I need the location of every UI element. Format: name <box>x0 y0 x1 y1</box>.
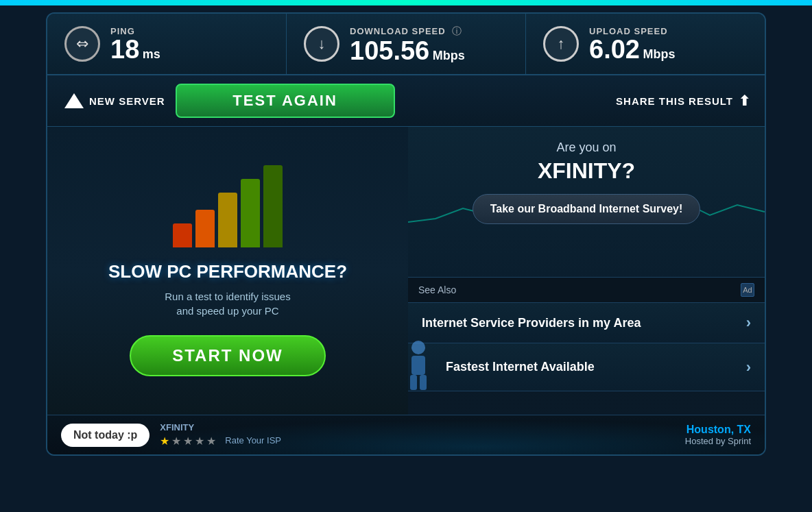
person-figure <box>405 339 432 391</box>
star-3: ★ <box>183 435 193 448</box>
fastest-internet-link-text: Fastest Internet Available <box>446 360 595 374</box>
ping-value: 18 <box>110 35 139 64</box>
star-rating: ★ ★ ★ ★ ★ <box>160 435 216 448</box>
download-value: 105.56 <box>350 36 429 65</box>
location-city: Houston, TX <box>685 424 751 436</box>
hosted-by-label: Hosted by Sprint <box>685 436 751 446</box>
star-5: ★ <box>206 435 216 448</box>
ping-value-row: 18 ms <box>110 36 160 62</box>
chart-bar-2 <box>218 193 237 247</box>
upload-info: UPLOAD SPEED 6.02 Mbps <box>589 26 675 62</box>
xfinity-promo: Are you on XFINITY? Take our Broadband I… <box>408 127 765 278</box>
xfinity-brand: XFINITY? <box>425 158 748 184</box>
ping-icon: ⇔ <box>64 26 100 62</box>
download-value-row: 105.56 Mbps <box>350 38 465 64</box>
star-4: ★ <box>195 435 204 448</box>
ping-info: PING 18 ms <box>110 26 160 62</box>
download-label: DOWNLOAD SPEED <box>350 26 446 36</box>
isp-rating: XFINITY ★ ★ ★ ★ ★ Rate Your ISP <box>160 422 281 448</box>
ping-unit: ms <box>143 47 160 61</box>
isp-tag: Not today :p <box>61 424 150 447</box>
chart-bar-1 <box>195 210 215 247</box>
isp-link-chevron: › <box>746 314 751 332</box>
fastest-internet-chevron: › <box>746 358 751 376</box>
triangle-icon <box>64 93 84 108</box>
test-again-button[interactable]: TEST AGAIN <box>176 84 395 118</box>
new-server-button[interactable]: NEW SERVER <box>61 90 169 112</box>
download-info-icon: ⓘ <box>452 25 462 36</box>
slow-pc-title: SLOW PC PERFORMANCE? <box>108 261 347 282</box>
see-also-label: See Also <box>418 284 456 295</box>
rate-isp-label[interactable]: Rate Your ISP <box>225 435 281 446</box>
download-info: DOWNLOAD SPEED ⓘ 105.56 Mbps <box>350 25 465 64</box>
svg-point-0 <box>411 341 425 354</box>
share-button[interactable]: SHARE THIS RESULT ⬆ <box>616 93 751 109</box>
chart-bar-4 <box>263 165 283 247</box>
share-icon: ⬆ <box>739 93 751 109</box>
action-bar: NEW SERVER TEST AGAIN SHARE THIS RESULT … <box>47 75 765 127</box>
download-unit: Mbps <box>433 49 465 62</box>
isp-name: XFINITY <box>160 422 281 432</box>
bar-chart <box>173 165 283 247</box>
rating-row: ★ ★ ★ ★ ★ Rate Your ISP <box>160 432 281 448</box>
ad-icon: Ad <box>741 283 754 297</box>
top-bar <box>0 0 812 5</box>
chart-bar-0 <box>173 223 192 247</box>
upload-unit: Mbps <box>643 47 675 61</box>
slow-pc-subtitle: Run a test to identify issuesand speed u… <box>165 289 290 318</box>
start-now-button[interactable]: START NOW <box>130 335 326 376</box>
map-background <box>47 415 765 454</box>
location-info: Houston, TX Hosted by Sprint <box>685 424 751 446</box>
svg-rect-1 <box>411 356 425 375</box>
upload-value-row: 6.02 Mbps <box>589 36 675 62</box>
see-also-bar: See Also Ad <box>408 278 765 303</box>
xfinity-question: Are you on <box>425 141 748 155</box>
bottom-bar: Not today :p XFINITY ★ ★ ★ ★ ★ Rate Your… <box>47 415 765 454</box>
new-server-label: NEW SERVER <box>89 95 165 107</box>
share-label: SHARE THIS RESULT <box>616 95 733 107</box>
content-area: SLOW PC PERFORMANCE? Run a test to ident… <box>47 127 765 415</box>
chart-bar-3 <box>241 179 260 247</box>
download-section: ↓ DOWNLOAD SPEED ⓘ 105.56 Mbps <box>287 14 526 74</box>
upload-section: ↑ UPLOAD SPEED 6.02 Mbps <box>526 14 765 74</box>
ping-section: ⇔ PING 18 ms <box>47 14 287 74</box>
svg-rect-3 <box>420 375 427 390</box>
isp-link-item[interactable]: Internet Service Providers in my Area › <box>408 303 765 343</box>
svg-rect-2 <box>410 375 417 390</box>
right-panel: Are you on XFINITY? Take our Broadband I… <box>408 127 765 415</box>
stats-bar: ⇔ PING 18 ms ↓ DOWNLOAD SPEED ⓘ 105.56 M… <box>47 14 765 75</box>
download-icon: ↓ <box>304 26 339 62</box>
left-ad-panel: SLOW PC PERFORMANCE? Run a test to ident… <box>47 127 408 415</box>
main-container: ⇔ PING 18 ms ↓ DOWNLOAD SPEED ⓘ 105.56 M… <box>46 12 766 456</box>
star-2: ★ <box>171 435 181 448</box>
broadband-survey-button[interactable]: Take our Broadband Internet Survey! <box>473 194 701 224</box>
fastest-internet-link-item[interactable]: Fastest Internet Available › <box>408 343 765 391</box>
star-1: ★ <box>160 435 169 448</box>
upload-value: 6.02 <box>589 35 640 64</box>
isp-link-text: Internet Service Providers in my Area <box>422 316 641 330</box>
upload-icon: ↑ <box>543 26 579 62</box>
